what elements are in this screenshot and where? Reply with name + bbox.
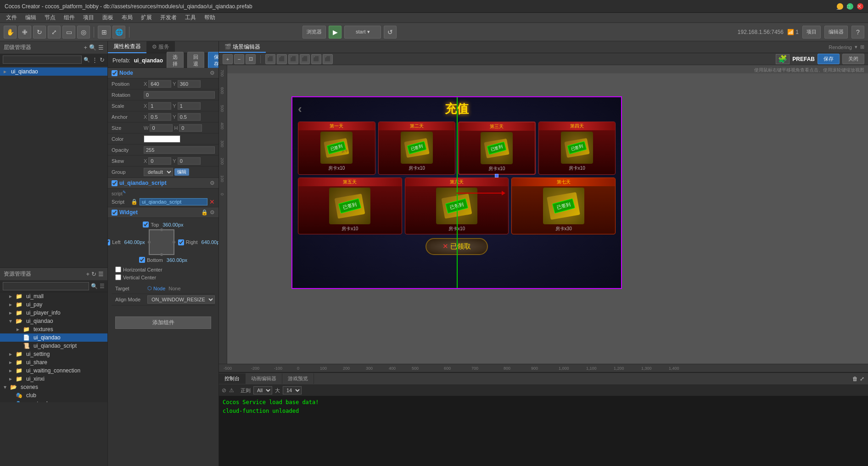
asset-item-ui-share[interactable]: ▸ 📁 ui_share: [0, 358, 107, 366]
console-tab[interactable]: 控制台: [219, 373, 246, 384]
asset-item-club[interactable]: ▸ 🎭 club: [0, 391, 107, 399]
script-enabled-checkbox[interactable]: [112, 180, 118, 186]
widget-top-label[interactable]: Top 360.00px: [143, 222, 183, 227]
node-section-header[interactable]: Node ⚙: [108, 68, 218, 78]
align-bottom-button[interactable]: ⬛: [323, 54, 333, 64]
group-select[interactable]: default: [144, 168, 173, 176]
script-delete-icon[interactable]: ✕: [209, 198, 215, 205]
menu-extend[interactable]: 扩展: [137, 13, 156, 22]
width-input[interactable]: [150, 124, 173, 132]
asset-item-scenes[interactable]: ▾ 📂 scenes: [0, 383, 107, 391]
node-enabled-checkbox[interactable]: [112, 70, 118, 76]
preview-tab[interactable]: 游戏预览: [282, 373, 314, 384]
scale-y-input[interactable]: [178, 102, 201, 110]
hierarchy-refresh-icon[interactable]: ↻: [100, 56, 105, 63]
menu-panel[interactable]: 面板: [99, 13, 117, 22]
anchor-tool-button[interactable]: ◎: [77, 26, 90, 39]
help-button[interactable]: ?: [851, 26, 864, 39]
scene-viewport[interactable]: 充值 ‹ 第一天 房卡: [227, 73, 868, 364]
window-controls[interactable]: _ □ ✕: [837, 3, 863, 10]
scene-settings-icon[interactable]: ⊞: [860, 44, 864, 50]
align-right-button[interactable]: ⬛: [288, 54, 298, 64]
world-tool-button[interactable]: 🌐: [112, 26, 125, 39]
asset-item-ui-mall[interactable]: ▸ 📁 ui_mall: [0, 292, 107, 300]
widget-right-label[interactable]: Right 640.00px: [178, 239, 219, 245]
rotation-input[interactable]: [144, 91, 215, 99]
widget-enabled-checkbox[interactable]: [112, 210, 118, 216]
asset-item-textures[interactable]: ▸ 📁 textures: [0, 325, 107, 333]
group-edit-button[interactable]: 编辑: [174, 168, 189, 176]
asset-refresh-icon[interactable]: ↻: [91, 271, 96, 277]
menu-help[interactable]: 帮助: [201, 13, 219, 22]
service-tab[interactable]: ⚙ 服务: [146, 41, 175, 53]
filter-select[interactable]: All: [253, 386, 272, 394]
align-middle-button[interactable]: ⬛: [311, 54, 321, 64]
menu-developer[interactable]: 开发者: [157, 13, 180, 22]
vertical-center-label[interactable]: Vertical Center: [115, 274, 215, 280]
anchor-y-input[interactable]: [178, 113, 201, 121]
asset-menu-icon[interactable]: ☰: [98, 271, 104, 277]
script-field-input[interactable]: [140, 198, 207, 205]
align-left-button[interactable]: ⬛: [265, 54, 275, 64]
claim-button[interactable]: ✕ 已领取: [426, 238, 488, 255]
start-select[interactable]: start ▾: [344, 26, 381, 39]
hand-tool-button[interactable]: ✋: [4, 26, 17, 39]
maximize-button[interactable]: □: [847, 3, 853, 10]
tree-item-ui-qiandao[interactable]: ▸ ui_qiandao: [0, 67, 107, 76]
font-size-select[interactable]: 14: [283, 386, 302, 394]
script-settings-icon[interactable]: ⚙: [210, 180, 215, 186]
asset-item-ui-pay[interactable]: ▸ 📁 ui_pay: [0, 300, 107, 309]
node-settings-icon[interactable]: ⚙: [210, 70, 215, 76]
local-tool-button[interactable]: ⊞: [98, 26, 111, 39]
select-button[interactable]: 选择: [167, 52, 184, 69]
menu-component[interactable]: 组件: [60, 13, 78, 22]
widget-lock-icon[interactable]: 🔒: [201, 209, 208, 216]
menu-project[interactable]: 项目: [79, 13, 98, 22]
skew-y-input[interactable]: [178, 157, 201, 165]
console-trash-icon[interactable]: 🗑: [852, 376, 858, 382]
position-y-input[interactable]: [178, 80, 201, 88]
minimize-button[interactable]: _: [837, 3, 843, 10]
anchor-x-input[interactable]: [148, 113, 171, 121]
asset-item-ui-player-info[interactable]: ▸ 📁 ui_player_info: [0, 309, 107, 317]
warning-icon[interactable]: ⚠: [229, 387, 234, 394]
rendering-dropdown-icon[interactable]: ▾: [855, 44, 857, 50]
save-prefab-button[interactable]: 保存: [208, 52, 219, 69]
asset-item-ui-qiandao-prefab[interactable]: ▸ 📄 ui_qiandao: [0, 333, 107, 342]
zoom-fit-button[interactable]: ⊡: [246, 54, 256, 64]
add-component-button[interactable]: 添加组件: [115, 316, 211, 329]
menu-edit[interactable]: 编辑: [22, 13, 40, 22]
vertical-center-checkbox[interactable]: [115, 274, 121, 280]
align-center-button[interactable]: ⬛: [277, 54, 287, 64]
scene-close-button[interactable]: 关闭: [842, 54, 864, 64]
asset-item-createrole[interactable]: ▸ 🎭 createrole: [0, 399, 107, 402]
widget-settings-icon[interactable]: ⚙: [210, 209, 215, 216]
scene-canvas-area[interactable]: 使用鼠标右键平移视角查看点击、使用滚轮键缩放视图 -500 -200 -100 …: [219, 65, 868, 372]
align-mode-select[interactable]: ON_WINDOW_RESIZE: [147, 295, 215, 304]
close-button[interactable]: ✕: [857, 3, 863, 10]
opacity-input[interactable]: [144, 146, 215, 154]
asset-item-ui-setting[interactable]: ▸ 📁 ui_setting: [0, 350, 107, 358]
horizontal-center-label[interactable]: Horizontal Center: [115, 266, 215, 272]
widget-left-label[interactable]: Left 640.00px: [108, 239, 145, 245]
scale-x-input[interactable]: [148, 102, 171, 110]
widget-left-checkbox[interactable]: [108, 239, 110, 245]
rect-tool-button[interactable]: ▭: [62, 26, 75, 39]
menu-tools[interactable]: 工具: [181, 13, 200, 22]
asset-add-icon[interactable]: +: [86, 271, 90, 277]
project-button[interactable]: 项目: [802, 26, 821, 39]
zoom-out-button[interactable]: −: [234, 54, 244, 64]
hierarchy-search-input[interactable]: [3, 55, 82, 64]
asset-item-ui-qiandao-script[interactable]: ▸ 📜 ui_qiandao_script: [0, 342, 107, 350]
position-x-input[interactable]: [148, 80, 171, 88]
rotate-tool-button[interactable]: ↻: [33, 26, 46, 39]
filter-icon[interactable]: ☰: [98, 44, 104, 51]
scale-tool-button[interactable]: ⤢: [48, 26, 61, 39]
horizontal-center-checkbox[interactable]: [115, 266, 121, 272]
play-button[interactable]: ▶: [329, 26, 342, 39]
editor-button[interactable]: 编辑器: [824, 26, 848, 39]
asset-search-submit-icon[interactable]: 🔍: [91, 283, 98, 289]
widget-section-header[interactable]: Widget 🔒 ⚙: [108, 207, 218, 218]
asset-search-input[interactable]: [3, 282, 89, 290]
refresh-button[interactable]: ↺: [384, 26, 397, 39]
